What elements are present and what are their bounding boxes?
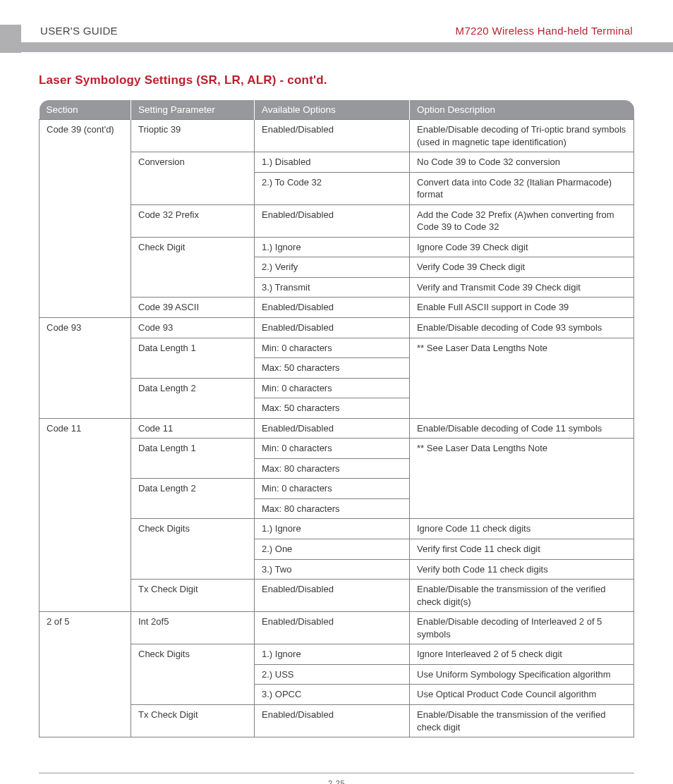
cell-available-option: 1.) Disabled <box>255 152 410 173</box>
cell-available-option: Max: 50 characters <box>255 358 410 379</box>
header-left: USER'S GUIDE <box>40 25 118 37</box>
cell-section: Code 39 (cont'd) <box>40 120 131 318</box>
cell-section: Code 11 <box>40 418 131 611</box>
header-right: M7220 Wireless Hand-held Terminal <box>456 25 633 37</box>
cell-option-description: ** See Laser Data Lengths Note <box>410 439 634 519</box>
cell-available-option: Enabled/Disabled <box>255 120 410 152</box>
cell-available-option: 3.) Transmit <box>255 277 410 298</box>
cell-setting-parameter: Code 11 <box>131 418 255 439</box>
cell-available-option: Min: 0 characters <box>255 439 410 459</box>
cell-available-option: 2.) One <box>255 539 410 560</box>
symbology-settings-table: Section Setting Parameter Available Opti… <box>39 100 634 737</box>
cell-available-option: 1.) Ignore <box>255 644 410 665</box>
cell-setting-parameter: Code 93 <box>131 318 255 338</box>
cell-available-option: 2.) USS <box>255 664 410 685</box>
cell-setting-parameter: Data Length 1 <box>131 439 255 479</box>
cell-option-description: Enable Full ASCII support in Code 39 <box>410 298 634 318</box>
table-body: Code 39 (cont'd)Trioptic 39Enabled/Disab… <box>40 120 634 737</box>
cell-available-option: Max: 80 characters <box>255 458 410 479</box>
page-number: 2-25 <box>328 779 345 784</box>
cell-setting-parameter: Check Digit <box>131 237 255 298</box>
table-header-row: Section Setting Parameter Available Opti… <box>40 100 634 120</box>
cell-setting-parameter: Trioptic 39 <box>131 120 255 152</box>
cell-option-description: Enable/Disable decoding of Interleaved 2… <box>410 612 634 644</box>
cell-available-option: Enabled/Disabled <box>255 612 410 644</box>
cell-setting-parameter: Check Digits <box>131 644 255 705</box>
cell-available-option: Min: 0 characters <box>255 338 410 358</box>
table-row: Code 39 (cont'd)Trioptic 39Enabled/Disab… <box>40 120 634 152</box>
cell-setting-parameter: Data Length 2 <box>131 479 255 519</box>
cell-available-option: Enabled/Disabled <box>255 704 410 737</box>
cell-option-description: Verify both Code 11 check digits <box>410 559 634 580</box>
header-accent-tab <box>0 25 21 53</box>
cell-option-description: Ignore Code 11 check digits <box>410 519 634 539</box>
cell-available-option: 3.) Two <box>255 559 410 580</box>
col-header-options: Available Options <box>255 100 410 120</box>
cell-section: 2 of 5 <box>40 612 131 737</box>
cell-available-option: Min: 0 characters <box>255 378 410 398</box>
cell-option-description: Enable/Disable decoding of Code 93 symbo… <box>410 318 634 338</box>
cell-option-description: Convert data into Code 32 (Italian Pharm… <box>410 172 634 204</box>
cell-option-description: Verify Code 39 Check digit <box>410 257 634 278</box>
table-row: Code 93Code 93Enabled/DisabledEnable/Dis… <box>40 318 634 338</box>
cell-available-option: Min: 0 characters <box>255 479 410 499</box>
cell-setting-parameter: Int 2of5 <box>131 612 255 644</box>
cell-available-option: Enabled/Disabled <box>255 580 410 612</box>
cell-option-description: Ignore Interleaved 2 of 5 check digit <box>410 644 634 665</box>
cell-option-description: Enable/Disable the transmission of the v… <box>410 704 634 737</box>
cell-available-option: 1.) Ignore <box>255 519 410 539</box>
cell-option-description: ** See Laser Data Lengths Note <box>410 338 634 418</box>
cell-setting-parameter: Conversion <box>131 152 255 205</box>
cell-setting-parameter: Data Length 1 <box>131 338 255 378</box>
cell-available-option: 2.) To Code 32 <box>255 172 410 204</box>
cell-option-description: Add the Code 32 Prefix (A)when convertin… <box>410 204 634 237</box>
cell-option-description: Enable/Disable decoding of Code 11 symbo… <box>410 418 634 439</box>
cell-option-description: Verify and Transmit Code 39 Check digit <box>410 277 634 298</box>
page-header: USER'S GUIDE M7220 Wireless Hand-held Te… <box>39 25 634 42</box>
cell-setting-parameter: Tx Check Digit <box>131 704 255 737</box>
col-header-section: Section <box>40 100 131 120</box>
header-grey-bar <box>0 42 673 52</box>
cell-option-description: Use Uniform Symbology Specification algo… <box>410 664 634 685</box>
cell-available-option: Enabled/Disabled <box>255 318 410 338</box>
cell-available-option: Enabled/Disabled <box>255 418 410 439</box>
cell-setting-parameter: Code 32 Prefix <box>131 204 255 237</box>
cell-setting-parameter: Data Length 2 <box>131 378 255 418</box>
cell-available-option: 1.) Ignore <box>255 237 410 257</box>
cell-option-description: Verify first Code 11 check digit <box>410 539 634 560</box>
cell-option-description: Enable/Disable decoding of Tri-optic bra… <box>410 120 634 152</box>
cell-setting-parameter: Code 39 ASCII <box>131 298 255 318</box>
page-title: Laser Symbology Settings (SR, LR, ALR) -… <box>39 73 634 87</box>
cell-available-option: Max: 80 characters <box>255 498 410 519</box>
cell-section: Code 93 <box>40 318 131 419</box>
cell-available-option: Enabled/Disabled <box>255 204 410 237</box>
cell-option-description: Enable/Disable the transmission of the v… <box>410 580 634 612</box>
cell-setting-parameter: Check Digits <box>131 519 255 580</box>
cell-available-option: Max: 50 characters <box>255 398 410 419</box>
cell-option-description: Ignore Code 39 Check digit <box>410 237 634 257</box>
col-header-description: Option Description <box>410 100 634 120</box>
cell-setting-parameter: Tx Check Digit <box>131 580 255 612</box>
document-page: USER'S GUIDE M7220 Wireless Hand-held Te… <box>0 0 673 784</box>
table-row: Code 11Code 11Enabled/DisabledEnable/Dis… <box>40 418 634 439</box>
page-footer: 2-25 <box>39 773 634 784</box>
cell-option-description: Use Optical Product Code Council algorit… <box>410 685 634 705</box>
cell-available-option: 2.) Verify <box>255 257 410 278</box>
cell-available-option: Enabled/Disabled <box>255 298 410 318</box>
cell-option-description: No Code 39 to Code 32 conversion <box>410 152 634 173</box>
cell-available-option: 3.) OPCC <box>255 685 410 705</box>
table-row: 2 of 5Int 2of5Enabled/DisabledEnable/Dis… <box>40 612 634 644</box>
col-header-setting: Setting Parameter <box>131 100 255 120</box>
